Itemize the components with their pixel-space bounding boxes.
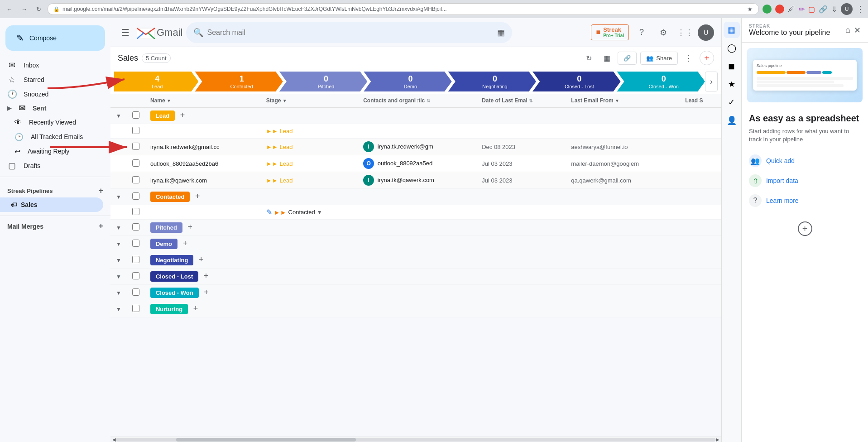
refresh-btn[interactable]: ↻ [34, 4, 44, 14]
name-filter-icon[interactable]: ▼ [167, 98, 171, 103]
stage-col-header[interactable]: Stage ▼ [261, 94, 358, 108]
hamburger-icon[interactable]: ☰ [118, 24, 133, 42]
lead-score-col-header[interactable]: Lead S [680, 94, 721, 108]
add-row-negotiating[interactable]: + [199, 255, 204, 264]
expand-cell-nurturing[interactable]: ▼ [110, 301, 127, 317]
stage-badge-closed_won[interactable]: Closed - Won [150, 288, 199, 298]
row-checkbox-cell[interactable] [127, 124, 145, 139]
compose-button[interactable]: ✎ Compose [5, 25, 105, 51]
streak-check-icon[interactable]: ✓ [724, 94, 740, 110]
add-row-contacted[interactable]: + [195, 192, 200, 201]
add-mail-merge-icon[interactable]: + [98, 221, 103, 231]
pipeline-count[interactable]: 5 Count [142, 53, 171, 63]
share-button[interactable]: 👥 Share [640, 52, 678, 65]
mail-merges-section[interactable]: Mail Merges + [0, 220, 110, 233]
name-cell[interactable]: iryna.tk@qawerk.com [145, 172, 261, 189]
expand-cell-negotiating[interactable]: ▼ [110, 252, 127, 269]
forward-btn[interactable]: → [19, 4, 30, 14]
row-checkbox[interactable] [132, 159, 139, 167]
check-cell-lead[interactable] [127, 108, 145, 124]
bookmark-icon[interactable]: ★ [747, 5, 753, 13]
expand-cell-closed_lost[interactable]: ▼ [110, 269, 127, 285]
sidebar-item-drafts[interactable]: ▢ Drafts [0, 159, 103, 173]
sidebar-item-awaiting-reply[interactable]: ↩ Awaiting Reply [0, 144, 103, 159]
filter-icon[interactable]: ▦ [599, 51, 614, 65]
profile-avatar-browser[interactable]: U [841, 3, 853, 15]
row-checkbox[interactable] [132, 143, 139, 150]
add-row-lead[interactable]: + [180, 110, 185, 120]
stage-badge-nurturing[interactable]: Nurturing [150, 304, 188, 314]
stage-arrow-closed_lost[interactable]: 0 Closed - Lost [532, 72, 620, 91]
stage-badge-demo[interactable]: Demo [150, 239, 177, 249]
streak-pipeline-icon[interactable]: ▦ [724, 22, 740, 38]
check-cell-demo[interactable] [127, 236, 145, 252]
name-cell[interactable]: iryna.tk.redwerk@gmail.cc [145, 139, 261, 155]
group-checkbox-negotiating[interactable] [132, 256, 139, 263]
scrollbar-track[interactable] [116, 438, 716, 442]
back-btn[interactable]: ← [4, 4, 15, 14]
row-checkbox[interactable] [132, 127, 139, 134]
quick-add-action[interactable]: 👥 Quick add [749, 151, 861, 171]
last-email-filter-icon[interactable]: ▼ [615, 98, 619, 103]
group-checkbox-nurturing[interactable] [132, 305, 139, 312]
stage-arrow-contacted[interactable]: 1 Contacted [195, 72, 283, 91]
expand-cell-lead[interactable]: ▼ [110, 108, 127, 124]
streak-star-icon[interactable]: ★ [724, 76, 740, 92]
url-bar[interactable]: mail.google.com/mail/u/2/#pipeline/agxzf… [62, 6, 744, 12]
sent-section[interactable]: ▶ ✉ Sent [0, 101, 110, 115]
edit-icon[interactable]: ✎ [266, 208, 272, 216]
menu-dots-icon[interactable]: ⋮ [856, 4, 864, 14]
group-checkbox-contacted[interactable] [132, 192, 139, 200]
learn-more-action[interactable]: ? Learn more [749, 191, 861, 211]
settings-button[interactable]: ⚙ [654, 24, 672, 42]
search-options-icon[interactable]: ▦ [497, 28, 505, 38]
row-checkbox-cell[interactable] [127, 155, 145, 172]
add-row-button[interactable]: + [700, 51, 714, 65]
sidebar-item-recently-viewed[interactable]: 👁 Recently Viewed [0, 115, 103, 130]
close-panel-icon[interactable]: ✕ [854, 25, 861, 35]
name-cell[interactable]: outlook_88092aa5ed2ba6 [145, 155, 261, 172]
last-email-col-header[interactable]: Last Email From ▼ [566, 94, 680, 108]
stage-arrow-demo[interactable]: 0 Demo [364, 72, 451, 91]
add-row-closed_lost[interactable]: + [204, 271, 209, 280]
scrollbar-thumb[interactable] [176, 438, 356, 442]
streak-calendar-icon[interactable]: ◼ [724, 58, 740, 74]
check-cell-pitched[interactable] [127, 220, 145, 236]
horizontal-scrollbar[interactable]: ◀ ▶ [110, 437, 721, 442]
add-row-nurturing[interactable]: + [193, 304, 198, 313]
add-pipeline-icon[interactable]: + [98, 186, 103, 196]
streak-person-icon[interactable]: 👤 [724, 112, 740, 129]
check-cell-contacted[interactable] [127, 189, 145, 205]
import-data-action[interactable]: ⇧ Import data [749, 171, 861, 191]
group-checkbox-demo[interactable] [132, 240, 139, 247]
check-cell-closed_won[interactable] [127, 285, 145, 301]
download-icon[interactable]: ⇓ [831, 5, 837, 14]
date-sort-icon[interactable]: ⇅ [529, 98, 532, 103]
more-options-icon[interactable]: ⋮ [681, 51, 696, 65]
apps-button[interactable]: ⋮⋮ [676, 24, 694, 42]
sidebar-item-starred[interactable]: ☆ Starred [0, 72, 103, 87]
row-checkbox[interactable] [132, 208, 139, 215]
search-bar[interactable]: 🔍 ▦ [186, 22, 512, 43]
search-input[interactable] [207, 29, 494, 37]
sidebar-item-inbox[interactable]: ✉ Inbox [0, 58, 103, 72]
check-cell-negotiating[interactable] [127, 252, 145, 269]
stage-badge-closed_lost[interactable]: Closed - Lost [150, 271, 198, 282]
stage-arrow-lead[interactable]: 4 Lead [114, 72, 198, 91]
home-icon[interactable]: ⌂ [845, 25, 850, 35]
streak-circle-icon[interactable]: ◯ [724, 40, 740, 56]
row-checkbox-cell[interactable] [127, 172, 145, 189]
name-cell[interactable] [145, 205, 261, 220]
stage-filter-icon[interactable]: ▼ [283, 98, 287, 103]
stage-arrow-negotiating[interactable]: 0 Negotiating [448, 72, 536, 91]
expand-cell-closed_won[interactable]: ▼ [110, 285, 127, 301]
check-cell-closed_lost[interactable] [127, 269, 145, 285]
sidebar-item-all-tracked[interactable]: 🕑 All Tracked Emails [0, 130, 103, 144]
user-avatar[interactable]: U [698, 24, 714, 41]
group-checkbox-closed_won[interactable] [132, 288, 139, 296]
contacts-sort-icon[interactable]: ⇅ [427, 98, 430, 103]
streak-logo[interactable]: ■ Streak Pro+ Trial [591, 24, 629, 40]
name-cell[interactable] [145, 124, 261, 139]
link-button[interactable]: 🔗 [618, 52, 637, 65]
panel-add-button[interactable]: + [798, 221, 812, 236]
